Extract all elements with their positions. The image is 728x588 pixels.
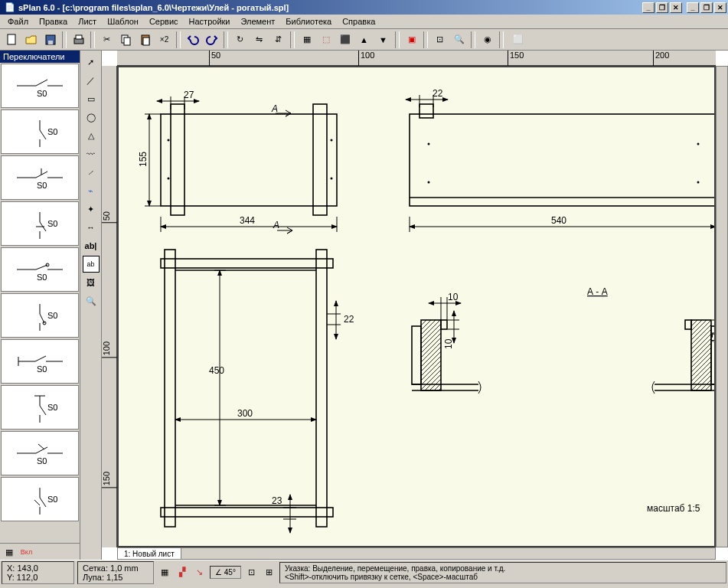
svg-rect-8	[143, 38, 149, 45]
close-button[interactable]: ✕	[714, 2, 726, 13]
snap-toggle-button[interactable]: ▞	[173, 564, 191, 581]
cut-button[interactable]: ✂	[98, 31, 116, 48]
colorize-button[interactable]: ◉	[478, 31, 496, 48]
bezier-tool[interactable]: ⌁	[83, 182, 100, 199]
polygon-tool[interactable]: △	[83, 127, 100, 144]
scrollbar-horizontal[interactable]	[117, 547, 716, 560]
print-button[interactable]	[70, 31, 87, 48]
library-header[interactable]: Переключатели	[0, 51, 80, 63]
image-tool[interactable]: 🖼	[83, 274, 100, 291]
zoom-tool[interactable]: 🔍	[83, 292, 100, 309]
svg-text:23: 23	[272, 495, 282, 506]
undo-button[interactable]	[184, 31, 201, 48]
mirror-h-button[interactable]: ⇋	[250, 31, 268, 48]
library-pane: Переключатели S0 S0 S0 S0 S0 S0 S0 S0 S0…	[0, 51, 80, 560]
dimension-tool[interactable]: ↔	[83, 219, 100, 236]
sheet-tab[interactable]: 1: Новый лист	[117, 547, 181, 560]
menu-element[interactable]: Элемент	[236, 15, 279, 28]
library-item[interactable]: S0	[1, 293, 79, 338]
library-item[interactable]: S0	[1, 247, 79, 292]
status-hint: Указка: Выделение, перемещение, правка, …	[279, 562, 726, 583]
copy-button[interactable]	[117, 31, 135, 48]
text-tool[interactable]: ab|	[83, 237, 100, 254]
maximize-button[interactable]: ❐	[700, 2, 713, 13]
status-grid: Сетка: 1,0 mmЛупа: 1,15	[77, 561, 154, 584]
open-button[interactable]	[22, 31, 40, 48]
align-button[interactable]: ▦	[298, 31, 315, 48]
rotate-button[interactable]: ↻	[231, 31, 249, 48]
fit-button[interactable]: ⊡	[431, 31, 449, 48]
svg-rect-0	[8, 34, 15, 44]
search-button[interactable]: 🔍	[450, 31, 468, 48]
back-button[interactable]: ▼	[374, 31, 392, 48]
view-top-left: 27 155 344 А А	[138, 90, 337, 234]
svg-point-60	[168, 139, 170, 142]
drawing-canvas[interactable]: 27 155 344 А А	[117, 66, 716, 547]
svg-rect-94	[316, 250, 327, 527]
status-angle[interactable]: ∠ 45°	[210, 566, 241, 579]
rect-tool[interactable]: ▭	[83, 90, 100, 107]
status-bar: X: 143,0Y: 112,0 Сетка: 1,0 mmЛупа: 1,15…	[0, 560, 728, 584]
ruler-vertical: 50 100 150	[102, 66, 117, 547]
new-button[interactable]	[3, 31, 21, 48]
main-toolbar: ✂ ×2 ↻ ⇋ ⇵ ▦ ⬚ ⬛ ▲ ▼ ▣ ⊡ 🔍 ◉ ⬜	[0, 29, 728, 51]
menu-settings[interactable]: Настройки	[184, 15, 235, 28]
scrollbar-vertical[interactable]	[716, 66, 728, 547]
menu-file[interactable]: Файл	[3, 15, 33, 28]
polyline-tool[interactable]: ⟋	[83, 164, 100, 181]
library-item[interactable]: S0	[1, 64, 79, 108]
paste-button[interactable]	[136, 31, 154, 48]
lib-tool-2[interactable]: Bкл	[18, 544, 35, 560]
menu-help[interactable]: Справка	[338, 15, 380, 28]
mirror-v-button[interactable]: ⇵	[269, 31, 287, 48]
circle-tool[interactable]: ◯	[83, 109, 100, 126]
library-item[interactable]: S0	[1, 385, 79, 430]
save-button[interactable]	[41, 31, 59, 48]
duplicate-button[interactable]: ×2	[155, 31, 173, 48]
library-item[interactable]: S0	[1, 339, 79, 384]
close-inner-button[interactable]: ✕	[670, 2, 682, 13]
library-item[interactable]: S0	[1, 431, 79, 475]
tool-a-button[interactable]: ⊡	[243, 564, 260, 581]
menu-service[interactable]: Сервис	[145, 15, 183, 28]
svg-line-10	[36, 80, 47, 86]
svg-line-14	[40, 130, 46, 139]
library-item[interactable]: S0	[1, 109, 79, 154]
lib-tool-1[interactable]: ▦	[0, 544, 18, 560]
library-item[interactable]: S0	[1, 155, 79, 200]
svg-point-63	[331, 178, 333, 180]
group-button[interactable]: ⬚	[317, 31, 335, 48]
node-tool[interactable]: ✦	[83, 201, 100, 217]
grid-toggle-button[interactable]: ▦	[155, 564, 173, 581]
curve-tool[interactable]: 〰	[83, 145, 100, 162]
menu-bar: Файл Правка Лист Шаблон Сервис Настройки…	[0, 15, 728, 29]
front-button[interactable]: ▲	[355, 31, 373, 48]
svg-rect-115	[412, 326, 421, 384]
label-tool[interactable]: ab	[83, 256, 100, 273]
view-top-right: 22 540	[406, 88, 716, 232]
select-color-button[interactable]: ▣	[403, 31, 420, 48]
ungroup-button[interactable]: ⬛	[336, 31, 354, 48]
status-coords: X: 143,0Y: 112,0	[2, 561, 74, 584]
svg-text:22: 22	[344, 314, 354, 325]
menu-sheet[interactable]: Лист	[73, 15, 101, 28]
rubber-toggle-button[interactable]: ↘	[191, 564, 208, 581]
minimize-button[interactable]: _	[687, 2, 699, 13]
tool-b-button[interactable]: ⊞	[260, 564, 278, 581]
svg-point-81	[428, 143, 430, 145]
menu-template[interactable]: Шаблон	[103, 15, 143, 28]
line-tool[interactable]: ／	[83, 72, 100, 89]
library-item[interactable]: S0	[1, 477, 79, 521]
pointer-tool[interactable]: ➚	[83, 54, 100, 70]
svg-rect-57	[161, 114, 337, 206]
svg-text:S0: S0	[47, 127, 57, 136]
restore-inner-button[interactable]: ❐	[656, 2, 668, 13]
menu-edit[interactable]: Правка	[34, 15, 72, 28]
library-item[interactable]: S0	[1, 201, 79, 246]
svg-text:S0: S0	[37, 89, 47, 98]
minimize-inner-button[interactable]: _	[642, 2, 655, 13]
redo-button[interactable]	[203, 31, 220, 48]
page-button[interactable]: ⬜	[507, 31, 530, 48]
svg-point-61	[168, 178, 170, 180]
menu-library[interactable]: Библиотека	[281, 15, 336, 28]
